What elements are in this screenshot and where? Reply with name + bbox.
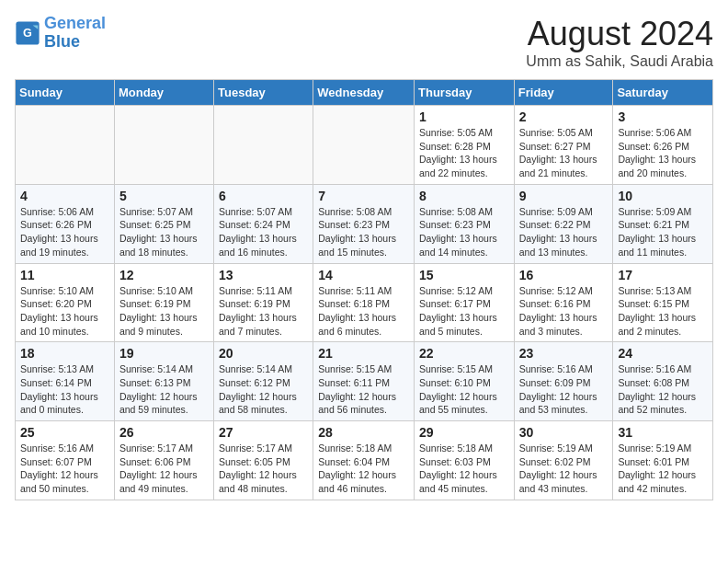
day-info: Sunrise: 5:17 AM Sunset: 6:05 PM Dayligh… [219, 442, 308, 496]
calendar-table: SundayMondayTuesdayWednesdayThursdayFrid… [15, 79, 713, 500]
calendar-cell: 29Sunrise: 5:18 AM Sunset: 6:03 PM Dayli… [415, 421, 515, 500]
day-number: 29 [419, 425, 509, 440]
day-info: Sunrise: 5:16 AM Sunset: 6:08 PM Dayligh… [618, 362, 708, 417]
calendar-cell [313, 106, 415, 185]
day-info: Sunrise: 5:09 AM Sunset: 6:22 PM Dayligh… [519, 205, 609, 259]
day-info: Sunrise: 5:13 AM Sunset: 6:14 PM Dayligh… [20, 362, 109, 417]
calendar-cell: 3Sunrise: 5:06 AM Sunset: 6:26 PM Daylig… [613, 106, 713, 185]
calendar-cell: 8Sunrise: 5:08 AM Sunset: 6:23 PM Daylig… [415, 184, 515, 263]
day-number: 13 [219, 268, 308, 282]
calendar-cell: 25Sunrise: 5:16 AM Sunset: 6:07 PM Dayli… [16, 421, 115, 500]
calendar-cell: 10Sunrise: 5:09 AM Sunset: 6:21 PM Dayli… [613, 184, 713, 263]
day-info: Sunrise: 5:06 AM Sunset: 6:26 PM Dayligh… [618, 126, 708, 180]
week-row-3: 11Sunrise: 5:10 AM Sunset: 6:20 PM Dayli… [16, 263, 713, 342]
calendar-cell [114, 106, 213, 185]
day-number: 20 [219, 346, 308, 361]
day-info: Sunrise: 5:07 AM Sunset: 6:24 PM Dayligh… [219, 205, 308, 259]
day-info: Sunrise: 5:11 AM Sunset: 6:18 PM Dayligh… [318, 284, 409, 339]
calendar-cell: 17Sunrise: 5:13 AM Sunset: 6:15 PM Dayli… [613, 263, 713, 342]
calendar-cell: 15Sunrise: 5:12 AM Sunset: 6:17 PM Dayli… [415, 263, 515, 342]
calendar-cell: 24Sunrise: 5:16 AM Sunset: 6:08 PM Dayli… [613, 342, 713, 421]
day-info: Sunrise: 5:09 AM Sunset: 6:21 PM Dayligh… [618, 205, 708, 259]
day-number: 11 [20, 268, 109, 282]
calendar-cell: 23Sunrise: 5:16 AM Sunset: 6:09 PM Dayli… [514, 342, 613, 421]
page-header: G General Blue August 2024 Umm as Sahik,… [15, 15, 713, 70]
day-info: Sunrise: 5:11 AM Sunset: 6:19 PM Dayligh… [219, 284, 308, 339]
day-number: 24 [618, 346, 708, 361]
day-number: 17 [618, 268, 708, 282]
day-header-saturday: Saturday [613, 80, 713, 106]
calendar-cell: 30Sunrise: 5:19 AM Sunset: 6:02 PM Dayli… [514, 421, 613, 500]
day-header-monday: Monday [114, 80, 213, 106]
day-info: Sunrise: 5:14 AM Sunset: 6:12 PM Dayligh… [219, 362, 308, 417]
day-info: Sunrise: 5:07 AM Sunset: 6:25 PM Dayligh… [119, 205, 209, 259]
day-number: 3 [618, 109, 708, 124]
calendar-cell [214, 106, 313, 185]
header-row: SundayMondayTuesdayWednesdayThursdayFrid… [16, 80, 713, 106]
week-row-2: 4Sunrise: 5:06 AM Sunset: 6:26 PM Daylig… [16, 184, 713, 263]
day-number: 12 [119, 268, 209, 282]
day-number: 2 [519, 109, 609, 124]
day-number: 15 [419, 268, 509, 282]
day-number: 25 [20, 425, 109, 440]
day-info: Sunrise: 5:15 AM Sunset: 6:11 PM Dayligh… [318, 362, 409, 417]
week-row-5: 25Sunrise: 5:16 AM Sunset: 6:07 PM Dayli… [16, 421, 713, 500]
day-number: 1 [419, 109, 509, 124]
day-info: Sunrise: 5:15 AM Sunset: 6:10 PM Dayligh… [419, 362, 509, 417]
day-info: Sunrise: 5:05 AM Sunset: 6:28 PM Dayligh… [419, 126, 509, 180]
calendar-cell: 26Sunrise: 5:17 AM Sunset: 6:06 PM Dayli… [114, 421, 213, 500]
day-info: Sunrise: 5:18 AM Sunset: 6:04 PM Dayligh… [318, 442, 409, 496]
calendar-cell: 20Sunrise: 5:14 AM Sunset: 6:12 PM Dayli… [214, 342, 313, 421]
calendar-cell: 9Sunrise: 5:09 AM Sunset: 6:22 PM Daylig… [514, 184, 613, 263]
day-header-wednesday: Wednesday [313, 80, 415, 106]
calendar-cell: 5Sunrise: 5:07 AM Sunset: 6:25 PM Daylig… [114, 184, 213, 263]
day-number: 9 [519, 189, 609, 203]
calendar-cell: 14Sunrise: 5:11 AM Sunset: 6:18 PM Dayli… [313, 263, 415, 342]
calendar-cell: 13Sunrise: 5:11 AM Sunset: 6:19 PM Dayli… [214, 263, 313, 342]
day-number: 10 [618, 189, 708, 203]
day-header-tuesday: Tuesday [214, 80, 313, 106]
day-number: 6 [219, 189, 308, 203]
calendar-cell: 2Sunrise: 5:05 AM Sunset: 6:27 PM Daylig… [514, 106, 613, 185]
day-info: Sunrise: 5:05 AM Sunset: 6:27 PM Dayligh… [519, 126, 609, 180]
day-info: Sunrise: 5:10 AM Sunset: 6:20 PM Dayligh… [20, 284, 109, 339]
calendar-cell: 19Sunrise: 5:14 AM Sunset: 6:13 PM Dayli… [114, 342, 213, 421]
day-number: 27 [219, 425, 308, 440]
day-info: Sunrise: 5:13 AM Sunset: 6:15 PM Dayligh… [618, 284, 708, 339]
calendar-cell: 4Sunrise: 5:06 AM Sunset: 6:26 PM Daylig… [16, 184, 115, 263]
day-number: 8 [419, 189, 509, 203]
calendar-cell: 31Sunrise: 5:19 AM Sunset: 6:01 PM Dayli… [613, 421, 713, 500]
calendar-cell: 12Sunrise: 5:10 AM Sunset: 6:19 PM Dayli… [114, 263, 213, 342]
svg-text:G: G [23, 27, 32, 40]
logo-icon: G [15, 20, 40, 46]
day-info: Sunrise: 5:17 AM Sunset: 6:06 PM Dayligh… [119, 442, 209, 496]
day-info: Sunrise: 5:14 AM Sunset: 6:13 PM Dayligh… [119, 362, 209, 417]
week-row-1: 1Sunrise: 5:05 AM Sunset: 6:28 PM Daylig… [16, 106, 713, 185]
logo: G General Blue [15, 15, 106, 52]
calendar-cell: 11Sunrise: 5:10 AM Sunset: 6:20 PM Dayli… [16, 263, 115, 342]
calendar-cell [16, 106, 115, 185]
day-header-friday: Friday [514, 80, 613, 106]
day-info: Sunrise: 5:16 AM Sunset: 6:07 PM Dayligh… [20, 442, 109, 496]
day-number: 14 [318, 268, 409, 282]
day-header-thursday: Thursday [415, 80, 515, 106]
calendar-cell: 6Sunrise: 5:07 AM Sunset: 6:24 PM Daylig… [214, 184, 313, 263]
title-block: August 2024 Umm as Sahik, Saudi Arabia [526, 15, 713, 70]
day-info: Sunrise: 5:19 AM Sunset: 6:01 PM Dayligh… [618, 442, 708, 496]
day-info: Sunrise: 5:06 AM Sunset: 6:26 PM Dayligh… [20, 205, 109, 259]
day-number: 28 [318, 425, 409, 440]
day-number: 19 [119, 346, 209, 361]
day-number: 31 [618, 425, 708, 440]
day-number: 26 [119, 425, 209, 440]
day-number: 18 [20, 346, 109, 361]
day-number: 16 [519, 268, 609, 282]
logo-text: General Blue [44, 15, 106, 52]
calendar-cell: 16Sunrise: 5:12 AM Sunset: 6:16 PM Dayli… [514, 263, 613, 342]
calendar-cell: 22Sunrise: 5:15 AM Sunset: 6:10 PM Dayli… [415, 342, 515, 421]
day-header-sunday: Sunday [16, 80, 115, 106]
day-number: 22 [419, 346, 509, 361]
calendar-cell: 27Sunrise: 5:17 AM Sunset: 6:05 PM Dayli… [214, 421, 313, 500]
calendar-cell: 1Sunrise: 5:05 AM Sunset: 6:28 PM Daylig… [415, 106, 515, 185]
day-number: 5 [119, 189, 209, 203]
calendar-title: August 2024 [526, 15, 713, 53]
